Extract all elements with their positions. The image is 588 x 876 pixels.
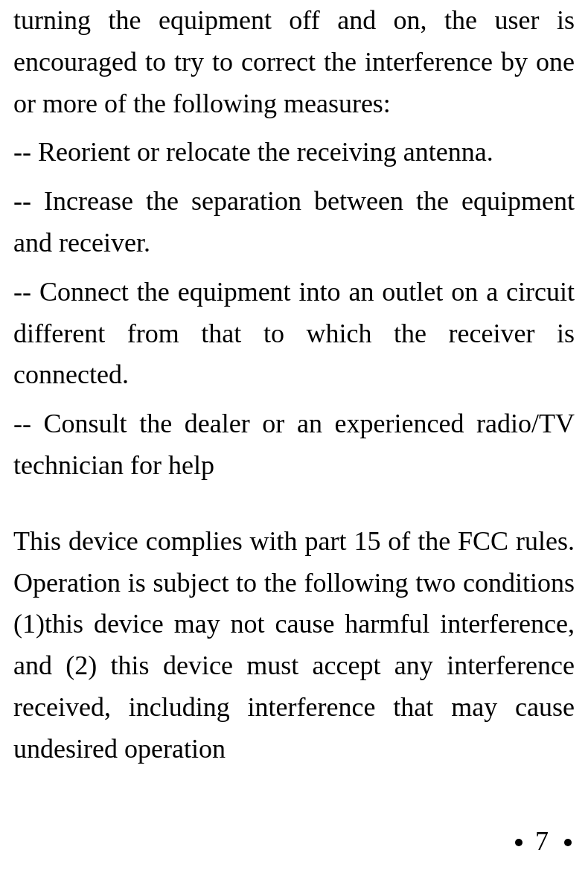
bullet-1: -- Reorient or relocate the receiving an…	[13, 132, 575, 173]
main-content: turning the equipment off and on, the us…	[13, 0, 575, 770]
dot-right-icon	[564, 839, 572, 846]
bullet-4-text: -- Consult the dealer or an experienced …	[13, 409, 575, 480]
intro-text: turning the equipment off and on, the us…	[13, 5, 575, 118]
bullet-2: -- Increase the separation between the e…	[13, 181, 575, 264]
fcc-text: This device complies with part 15 of the…	[13, 526, 575, 764]
fcc-paragraph: This device complies with part 15 of the…	[13, 521, 575, 770]
dot-left-icon	[515, 839, 523, 846]
bullet-2-text: -- Increase the separation between the e…	[13, 186, 575, 258]
bullet-3: -- Connect the equipment into an outlet …	[13, 272, 575, 396]
page-number-text: 7	[535, 826, 552, 856]
page-number: 7	[512, 821, 575, 863]
bullet-1-text: -- Reorient or relocate the receiving an…	[13, 137, 493, 167]
bullet-4: -- Consult the dealer or an experienced …	[13, 403, 575, 487]
spacer	[13, 494, 575, 521]
intro-paragraph: turning the equipment off and on, the us…	[13, 0, 575, 124]
bullet-3-text: -- Connect the equipment into an outlet …	[13, 277, 575, 390]
